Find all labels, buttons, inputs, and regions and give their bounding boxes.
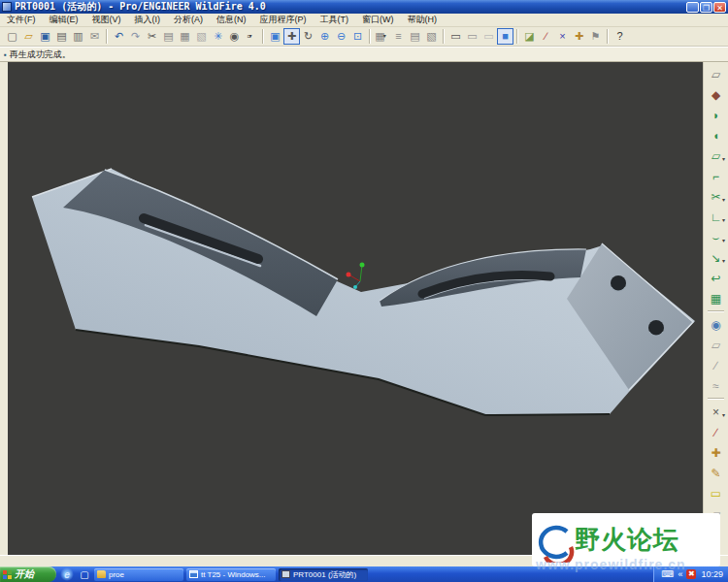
chevron-down-icon[interactable]: ▾ xyxy=(722,155,728,162)
view-manager-button[interactable]: ▤ xyxy=(407,28,423,45)
datum-csys-toggle-button[interactable]: ✚ xyxy=(571,28,587,45)
cut-button[interactable]: ✂ xyxy=(144,28,160,45)
select-box-button[interactable]: ▫▾ xyxy=(243,28,259,45)
task-button-picture-viewer[interactable]: tt T25 - Windows... xyxy=(186,568,276,581)
axis-tool-button[interactable]: ∕ xyxy=(707,423,725,441)
refit-button[interactable]: ⊡ xyxy=(349,28,366,45)
sketch-tool-button[interactable]: ✎ xyxy=(707,464,725,482)
datum-plane-tool-button[interactable]: ▱ xyxy=(707,336,725,354)
chevron-down-icon[interactable]: ▾ xyxy=(722,196,728,203)
toolbar-separator xyxy=(369,29,371,44)
minimize-button[interactable]: _ xyxy=(686,2,699,13)
menu-bar: 文件(F) 编辑(E) 视图(V) 插入(I) 分析(A) 信息(N) 应用程序… xyxy=(0,14,728,27)
flat-wall-button[interactable]: ▱▾ xyxy=(707,146,725,165)
undo-button[interactable]: ↶ xyxy=(111,28,127,45)
flange-wall-button[interactable]: ⌐ xyxy=(707,167,725,185)
menu-analysis[interactable]: 分析(A) xyxy=(167,14,210,26)
folder-icon xyxy=(97,570,106,578)
chevron-down-icon[interactable]: ▾ xyxy=(248,28,254,45)
window-activate-button[interactable]: ▧ xyxy=(423,28,440,45)
flatten-tool-button[interactable]: ◉ xyxy=(707,315,725,334)
menu-file[interactable]: 文件(F) xyxy=(0,14,43,26)
menu-view[interactable]: 视图(V) xyxy=(85,14,128,26)
regenerate-button[interactable]: ✳ xyxy=(210,28,226,45)
task-button-prt0001[interactable]: PRT0001 (活动的) xyxy=(279,568,368,581)
csys-tool-button[interactable]: ✚ xyxy=(707,443,725,462)
send-mail-button[interactable]: ✉ xyxy=(86,28,103,45)
open-file-button[interactable]: ▱ xyxy=(20,28,37,45)
toolbar-separator xyxy=(607,29,609,44)
datum-planes-toggle-button[interactable]: ◪ xyxy=(521,28,538,45)
flat-wall-primary-button[interactable]: ▱ xyxy=(707,65,725,83)
ie-quicklaunch-icon[interactable]: e xyxy=(60,567,74,581)
print-preview-button[interactable]: ▥ xyxy=(70,28,86,45)
hidden-line-display-button[interactable]: ▭ xyxy=(464,28,480,45)
menu-edit[interactable]: 编辑(E) xyxy=(43,14,85,26)
bend-back-tool-button[interactable]: ↩ xyxy=(707,269,725,287)
form-tool-button[interactable]: ▦ xyxy=(707,289,725,307)
task-label: PRT0001 (活动的) xyxy=(293,569,356,580)
chevron-down-icon[interactable]: ▾ xyxy=(722,411,728,418)
start-button[interactable]: 开始 xyxy=(0,566,56,582)
menu-info[interactable]: 信息(N) xyxy=(210,14,253,26)
toolbar-separator xyxy=(516,29,518,44)
menu-help[interactable]: 帮助(H) xyxy=(401,14,445,26)
unbend-tool-button[interactable]: ↘▾ xyxy=(707,248,725,267)
merge-wall-button[interactable]: ∟▾ xyxy=(707,208,725,226)
new-file-button[interactable]: ▢ xyxy=(4,28,20,45)
no-hidden-display-button[interactable]: ▭ xyxy=(480,28,497,45)
title-bar: PRT0001 (活动的) - Pro/ENGINEER WildFire 4.… xyxy=(0,0,728,14)
point-tool-button[interactable]: ×▾ xyxy=(707,403,725,421)
chevron-down-icon[interactable]: ▾ xyxy=(383,28,389,45)
blend-wall-button[interactable]: ◖ xyxy=(707,126,725,145)
forum-name: 野火论坛 xyxy=(575,523,679,557)
zoom-out-button[interactable]: ⊖ xyxy=(333,28,349,45)
shaded-display-button[interactable]: ■ xyxy=(497,28,513,45)
chevron-down-icon[interactable]: ▾ xyxy=(722,237,728,243)
find-button[interactable]: ◉ xyxy=(226,28,243,45)
menu-applications[interactable]: 应用程序(P) xyxy=(253,14,314,26)
app-icon xyxy=(2,2,12,12)
toolbar-separator xyxy=(443,29,445,44)
datum-points-toggle-button[interactable]: × xyxy=(554,28,571,45)
restore-button[interactable]: ❐ xyxy=(700,2,712,13)
main-toolbar: ▢▱▣▤▥✉↶↷✂▤▦▧✳◉▫▾▣✚↻⊕⊖⊡▦▾≡▤▧▭▭▭■◪∕×✚⚑? xyxy=(0,27,728,47)
bend-tool-button[interactable]: ⌣▾ xyxy=(707,228,725,246)
menu-tools[interactable]: 工具(T) xyxy=(314,14,356,26)
spin-center-button[interactable]: ✚ xyxy=(283,28,300,45)
paste-button[interactable]: ▦ xyxy=(177,28,193,45)
saved-views-button[interactable]: ▦▾ xyxy=(374,28,390,45)
sketched-text-tool-button[interactable]: ▭ xyxy=(707,484,725,502)
context-help-button[interactable]: ? xyxy=(612,28,628,45)
orient-mode-button[interactable]: ↻ xyxy=(300,28,316,45)
repaint-button[interactable]: ▣ xyxy=(267,28,283,45)
task-button-proe-folder[interactable]: proe xyxy=(94,568,183,581)
revolve-wall-button[interactable]: ◗ xyxy=(707,106,725,124)
menu-window[interactable]: 窗口(W) xyxy=(355,14,401,26)
print-button[interactable]: ▤ xyxy=(53,28,70,45)
chevron-down-icon[interactable]: ▾ xyxy=(722,216,728,223)
toolbar-separator xyxy=(708,398,724,400)
close-button[interactable]: ✕ xyxy=(713,2,726,13)
sheetmetal-toolbar: ▱◆◗◖▱▾⌐✂▾∟▾⌣▾↘▾↩▦◉▱∕≈×▾∕✚✎▭▱ xyxy=(703,62,728,555)
datum-axes-toggle-button[interactable]: ∕ xyxy=(538,28,554,45)
copy-button[interactable]: ▤ xyxy=(160,28,177,45)
spline-tool-button[interactable]: ≈ xyxy=(707,376,725,395)
forum-logo-icon xyxy=(532,518,575,563)
menu-insert[interactable]: 插入(I) xyxy=(128,14,168,26)
windows-flag-icon xyxy=(3,570,12,579)
show-desktop-icon[interactable]: ▢ xyxy=(78,567,91,581)
annotations-toggle-button[interactable]: ⚑ xyxy=(587,28,604,45)
graphics-viewport[interactable] xyxy=(8,62,703,555)
save-file-button[interactable]: ▣ xyxy=(37,28,53,45)
layers-button[interactable]: ≡ xyxy=(390,28,407,45)
style-tool-button[interactable]: ◆ xyxy=(707,85,725,104)
forum-url: www.proewildfire.cn xyxy=(536,557,728,572)
zoom-in-button[interactable]: ⊕ xyxy=(316,28,333,45)
paste-special-button[interactable]: ▧ xyxy=(193,28,210,45)
chevron-down-icon[interactable]: ▾ xyxy=(722,257,728,264)
wireframe-display-button[interactable]: ▭ xyxy=(447,28,464,45)
extend-wall-button[interactable]: ✂▾ xyxy=(707,187,725,206)
line-tool-button[interactable]: ∕ xyxy=(707,356,725,374)
redo-button[interactable]: ↷ xyxy=(127,28,144,45)
